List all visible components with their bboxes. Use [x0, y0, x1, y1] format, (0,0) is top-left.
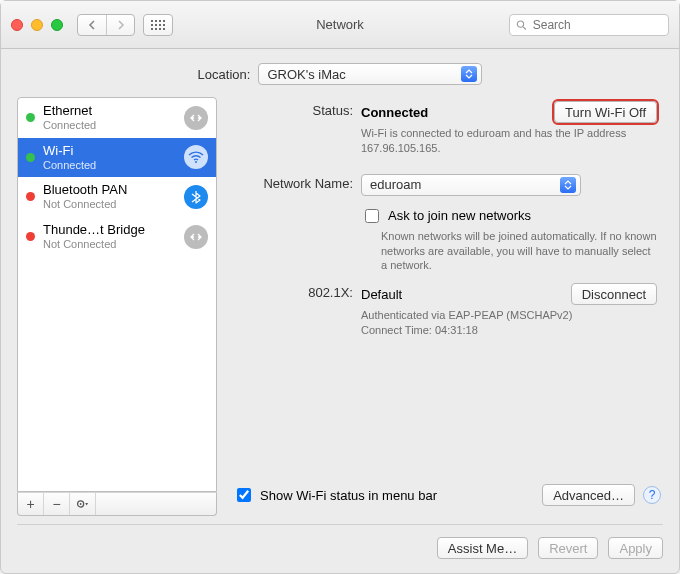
content-area: Ethernet Connected Wi-Fi Connected — [1, 97, 679, 524]
assist-me-button[interactable]: Assist Me… — [437, 537, 528, 559]
svg-rect-10 — [159, 28, 161, 30]
svg-point-16 — [80, 503, 82, 505]
turn-wifi-off-button[interactable]: Turn Wi-Fi Off — [554, 101, 657, 123]
search-field[interactable] — [509, 14, 669, 36]
svg-rect-4 — [151, 24, 153, 26]
search-input[interactable] — [531, 17, 662, 33]
forward-button[interactable] — [106, 15, 134, 35]
apply-button[interactable]: Apply — [608, 537, 663, 559]
panel-footer: Show Wi-Fi status in menu bar Advanced… … — [231, 478, 663, 516]
show-in-menubar-input[interactable] — [237, 488, 251, 502]
window-footer-buttons: Assist Me… Revert Apply — [1, 525, 679, 573]
status-dot-icon — [26, 113, 35, 122]
revert-button[interactable]: Revert — [538, 537, 598, 559]
show-all-button[interactable] — [143, 14, 173, 36]
chevron-updown-icon — [461, 66, 477, 82]
close-button[interactable] — [11, 19, 23, 31]
dot1x-time-description: Connect Time: 04:31:18 — [361, 323, 641, 338]
svg-rect-0 — [151, 20, 153, 22]
network-prefs-window: Network Location: GROK's iMac Ethernet — [0, 0, 680, 574]
wifi-icon — [184, 145, 208, 169]
svg-rect-5 — [155, 24, 157, 26]
svg-rect-2 — [159, 20, 161, 22]
interface-status: Connected — [43, 159, 176, 172]
dot1x-value: Default — [361, 287, 402, 302]
sidebar-toolbar: + − — [17, 492, 217, 516]
ask-to-join-input[interactable] — [365, 209, 379, 223]
search-icon — [516, 19, 527, 31]
location-value: GROK's iMac — [267, 67, 455, 82]
detail-panel: Status: Connected Turn Wi-Fi Off Wi-Fi i… — [231, 97, 663, 516]
location-row: Location: GROK's iMac — [1, 49, 679, 97]
ask-to-join-checkbox[interactable]: Ask to join new networks — [361, 206, 657, 226]
zoom-button[interactable] — [51, 19, 63, 31]
sidebar-item-bluetooth[interactable]: Bluetooth PAN Not Connected — [18, 177, 216, 217]
remove-interface-button[interactable]: − — [44, 493, 70, 515]
interface-name: Thunde…t Bridge — [43, 223, 176, 238]
network-name-select[interactable]: eduroam — [361, 174, 581, 196]
interface-status: Not Connected — [43, 198, 176, 211]
svg-rect-9 — [155, 28, 157, 30]
add-interface-button[interactable]: + — [18, 493, 44, 515]
svg-line-13 — [523, 26, 526, 29]
dot1x-auth-description: Authenticated via EAP-PEAP (MSCHAPv2) — [361, 308, 641, 323]
interface-name: Bluetooth PAN — [43, 183, 176, 198]
interface-list: Ethernet Connected Wi-Fi Connected — [17, 97, 217, 492]
status-label: Status: — [231, 101, 361, 118]
interface-name: Ethernet — [43, 104, 176, 119]
chevron-updown-icon — [560, 177, 576, 193]
titlebar: Network — [1, 1, 679, 49]
sidebar-item-ethernet[interactable]: Ethernet Connected — [18, 98, 216, 138]
location-select[interactable]: GROK's iMac — [258, 63, 482, 85]
location-label: Location: — [198, 67, 251, 82]
disconnect-button[interactable]: Disconnect — [571, 283, 657, 305]
svg-rect-1 — [155, 20, 157, 22]
bluetooth-icon — [184, 185, 208, 209]
interface-status: Connected — [43, 119, 176, 132]
help-button[interactable]: ? — [643, 486, 661, 504]
gear-icon — [76, 498, 89, 510]
interface-sidebar: Ethernet Connected Wi-Fi Connected — [17, 97, 217, 516]
minimize-button[interactable] — [31, 19, 43, 31]
window-controls — [11, 19, 63, 31]
ask-to-join-label: Ask to join new networks — [388, 208, 531, 223]
advanced-button[interactable]: Advanced… — [542, 484, 635, 506]
svg-rect-8 — [151, 28, 153, 30]
status-dot-icon — [26, 232, 35, 241]
svg-rect-6 — [159, 24, 161, 26]
status-dot-icon — [26, 153, 35, 162]
thunderbolt-icon — [184, 225, 208, 249]
status-dot-icon — [26, 192, 35, 201]
sidebar-item-thunderbolt[interactable]: Thunde…t Bridge Not Connected — [18, 217, 216, 257]
status-description: Wi-Fi is connected to eduroam and has th… — [361, 126, 641, 156]
back-button[interactable] — [78, 15, 106, 35]
network-name-label: Network Name: — [231, 174, 361, 191]
sidebar-item-wifi[interactable]: Wi-Fi Connected — [18, 138, 216, 178]
svg-rect-7 — [163, 24, 165, 26]
interface-status: Not Connected — [43, 238, 176, 251]
svg-point-12 — [517, 20, 523, 26]
show-in-menubar-checkbox[interactable]: Show Wi-Fi status in menu bar — [233, 485, 437, 505]
status-value: Connected — [361, 105, 428, 120]
ethernet-icon — [184, 106, 208, 130]
interface-actions-button[interactable] — [70, 493, 96, 515]
svg-rect-3 — [163, 20, 165, 22]
svg-point-14 — [195, 161, 197, 163]
interface-name: Wi-Fi — [43, 144, 176, 159]
show-in-menubar-label: Show Wi-Fi status in menu bar — [260, 488, 437, 503]
nav-back-forward — [77, 14, 135, 36]
dot1x-label: 802.1X: — [231, 283, 361, 300]
svg-rect-11 — [163, 28, 165, 30]
network-name-value: eduroam — [370, 177, 554, 192]
ask-to-join-description: Known networks will be joined automatica… — [381, 229, 657, 274]
